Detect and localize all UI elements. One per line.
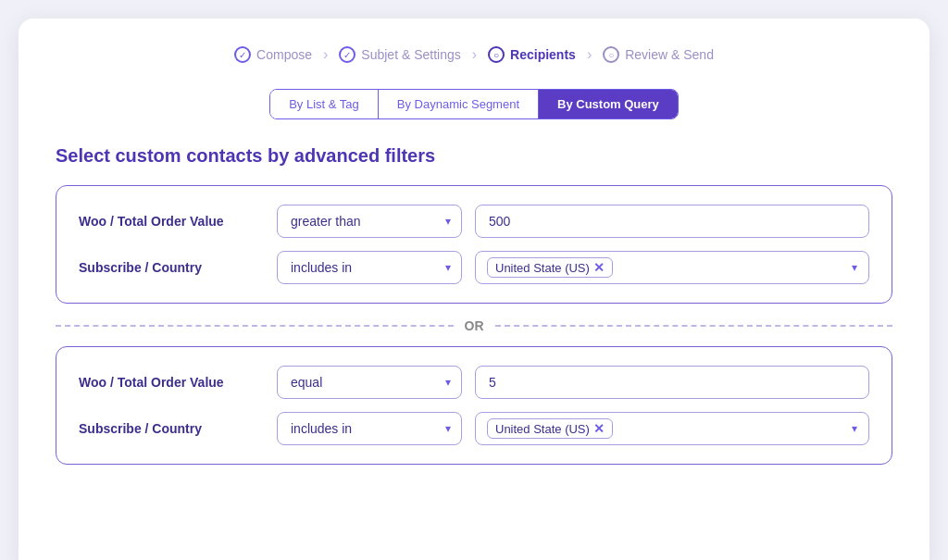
tag-us-2: United State (US) ✕ — [487, 418, 613, 439]
filter-label-1-2: Subscribe / Country — [79, 260, 264, 275]
tab-group: By List & Tag By Daynamic Segment By Cus… — [269, 89, 679, 119]
filter-row-1-2: Subscribe / Country greater than less th… — [79, 251, 869, 284]
filter-condition-select-1-1-wrapper[interactable]: greater than less than equal includes in… — [277, 205, 462, 238]
step-label-recipients: Recipients — [510, 47, 576, 62]
or-label: OR — [465, 318, 484, 333]
step-icon-review: ○ — [603, 46, 619, 63]
step-recipients: ○ Recipients — [488, 46, 576, 63]
chevron-down-icon-2-2: ▾ — [852, 422, 857, 435]
step-arrow-1: › — [323, 46, 328, 63]
filter-condition-select-1-1[interactable]: greater than less than equal includes in… — [277, 205, 462, 238]
filter-condition-select-2-1[interactable]: greater than less than equal includes in… — [277, 366, 462, 399]
filter-input-2-1[interactable] — [475, 366, 869, 399]
filter-tags-wrapper-1-2[interactable]: United State (US) ✕ ▾ — [475, 251, 869, 284]
step-label-subject: Subjet & Settings — [361, 47, 460, 62]
tag-remove-us-2[interactable]: ✕ — [593, 421, 605, 436]
filter-label-2-1: Woo / Total Order Value — [79, 375, 264, 390]
filter-input-1-1[interactable] — [475, 205, 869, 238]
filter-group-2: Woo / Total Order Value greater than les… — [56, 346, 892, 465]
step-icon-subject: ✓ — [339, 46, 356, 63]
tab-by-list-tag[interactable]: By List & Tag — [270, 90, 379, 118]
filter-tags-wrapper-2-2[interactable]: United State (US) ✕ ▾ — [475, 412, 869, 445]
tag-remove-us-1[interactable]: ✕ — [593, 260, 605, 275]
filter-condition-select-1-2-wrapper[interactable]: greater than less than equal includes in… — [277, 251, 462, 284]
filter-condition-select-2-2-wrapper[interactable]: greater than less than equal includes in… — [277, 412, 462, 445]
tag-us-1: United State (US) ✕ — [487, 257, 613, 278]
step-compose: ✓ Compose — [234, 46, 312, 63]
tabs-container: By List & Tag By Daynamic Segment By Cus… — [56, 89, 892, 119]
filter-condition-select-2-1-wrapper[interactable]: greater than less than equal includes in… — [277, 366, 462, 399]
filter-row-1-1: Woo / Total Order Value greater than les… — [79, 205, 869, 238]
filter-label-1-1: Woo / Total Order Value — [79, 214, 264, 229]
or-line-right — [495, 325, 893, 327]
or-line-left — [56, 325, 454, 327]
filter-condition-select-2-2[interactable]: greater than less than equal includes in… — [277, 412, 462, 445]
filter-condition-select-1-2[interactable]: greater than less than equal includes in… — [277, 251, 462, 284]
tab-by-custom-query[interactable]: By Custom Query — [539, 90, 678, 118]
step-icon-compose: ✓ — [234, 46, 251, 63]
tag-label-us-2: United State (US) — [495, 422, 590, 436]
main-container: ✓ Compose › ✓ Subjet & Settings › ○ Reci… — [19, 19, 929, 560]
filter-tags-inner-2-2: United State (US) ✕ — [487, 418, 613, 439]
or-divider: OR — [56, 318, 892, 333]
step-arrow-2: › — [472, 46, 477, 63]
step-label-compose: Compose — [256, 47, 312, 62]
tab-by-dynamic-segment[interactable]: By Daynamic Segment — [379, 90, 539, 118]
tag-label-us-1: United State (US) — [495, 261, 590, 275]
filter-label-2-2: Subscribe / Country — [79, 421, 264, 436]
step-review-send: ○ Review & Send — [603, 46, 714, 63]
step-icon-recipients: ○ — [488, 46, 505, 63]
filter-tags-inner-1-2: United State (US) ✕ — [487, 257, 613, 278]
filter-group-1: Woo / Total Order Value greater than les… — [56, 185, 892, 304]
step-subject-settings: ✓ Subjet & Settings — [339, 46, 460, 63]
stepper: ✓ Compose › ✓ Subjet & Settings › ○ Reci… — [56, 46, 892, 63]
section-title: Select custom contacts by advanced filte… — [56, 145, 892, 167]
step-arrow-3: › — [587, 46, 592, 63]
filter-row-2-2: Subscribe / Country greater than less th… — [79, 412, 869, 445]
filter-row-2-1: Woo / Total Order Value greater than les… — [79, 366, 869, 399]
chevron-down-icon-1-2: ▾ — [852, 261, 857, 274]
step-label-review: Review & Send — [625, 47, 714, 62]
